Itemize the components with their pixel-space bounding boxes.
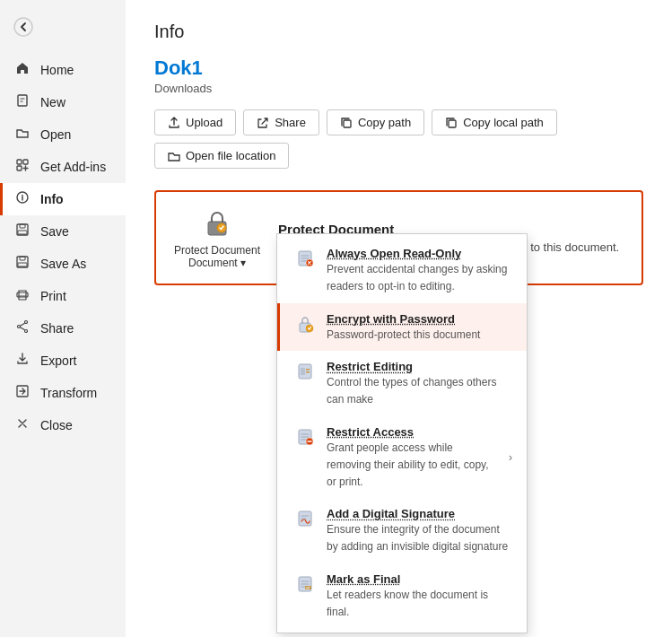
copy-local-path-button[interactable]: Copy local path	[432, 109, 557, 135]
sidebar: Home New Open Get Add-ins Info Save Sa	[0, 0, 126, 637]
main-content: Info Dok1 Downloads Upload Share Copy pa…	[126, 0, 672, 637]
menu-item-mark-as-final[interactable]: Mark as Final Let readers know the docum…	[277, 563, 527, 629]
close-nav-icon	[13, 416, 31, 434]
sidebar-item-print-label: Print	[40, 289, 66, 303]
transform-icon	[13, 384, 31, 402]
print-icon	[13, 287, 31, 305]
share-icon	[13, 319, 31, 337]
svg-point-0	[14, 18, 32, 36]
save-as-icon	[13, 255, 31, 273]
save-icon	[13, 223, 31, 240]
home-icon	[13, 61, 31, 79]
sidebar-item-open-label: Open	[40, 127, 71, 142]
mark-as-final-icon	[294, 574, 316, 598]
svg-rect-8	[18, 231, 27, 234]
new-icon	[13, 93, 31, 111]
sidebar-item-new-label: New	[40, 95, 65, 109]
sidebar-item-close[interactable]: Close	[0, 409, 126, 441]
svg-rect-19	[449, 120, 456, 127]
sidebar-item-home[interactable]: Home	[0, 54, 126, 86]
protect-dropdown-menu: Always Open Read-Only Prevent accidental…	[276, 233, 528, 633]
share-button[interactable]: Share	[243, 109, 319, 135]
sidebar-item-get-add-ins[interactable]: Get Add-ins	[0, 151, 126, 183]
menu-item-always-open-read-only[interactable]: Always Open Read-Only Prevent accidental…	[277, 238, 527, 303]
svg-rect-29	[306, 371, 310, 373]
upload-button[interactable]: Upload	[154, 109, 236, 135]
sidebar-item-info[interactable]: Info	[0, 183, 126, 215]
svg-rect-28	[306, 369, 310, 371]
svg-rect-3	[23, 160, 28, 164]
sidebar-item-transform[interactable]: Transform	[0, 377, 126, 409]
sidebar-item-home-label: Home	[40, 63, 74, 77]
export-icon	[13, 352, 31, 370]
sidebar-item-export[interactable]: Export	[0, 345, 126, 377]
get-add-ins-icon	[13, 158, 31, 176]
svg-rect-9	[17, 257, 28, 267]
mark-as-final-text: Mark as Final Let readers know the docum…	[327, 572, 512, 620]
action-buttons-row: Upload Share Copy path Copy local path O…	[154, 109, 643, 169]
restrict-editing-text: Restrict Editing Control the types of ch…	[327, 360, 512, 407]
sidebar-item-get-add-ins-label: Get Add-ins	[40, 160, 106, 174]
sidebar-item-save-as-label: Save As	[40, 257, 86, 271]
open-icon	[13, 126, 31, 144]
svg-rect-1	[18, 95, 27, 106]
svg-rect-2	[17, 160, 22, 164]
sidebar-item-save[interactable]: Save	[0, 215, 126, 248]
protect-document-button-label: Protect Document Document ▾	[174, 244, 260, 269]
menu-item-restrict-access[interactable]: Restrict Access Grant people access whil…	[277, 416, 527, 498]
svg-rect-6	[17, 224, 28, 235]
sidebar-item-save-as[interactable]: Save As	[0, 248, 126, 280]
sidebar-item-share-label: Share	[40, 321, 74, 336]
back-button[interactable]	[7, 11, 39, 43]
open-file-location-button[interactable]: Open file location	[154, 143, 289, 169]
always-open-read-only-icon	[294, 249, 316, 273]
svg-point-14	[25, 321, 28, 324]
svg-point-16	[18, 326, 21, 328]
sidebar-item-close-label: Close	[40, 418, 73, 432]
always-open-read-only-text: Always Open Read-Only Prevent accidental…	[327, 247, 512, 294]
copy-path-button[interactable]: Copy path	[327, 109, 424, 135]
restrict-access-icon	[294, 427, 316, 451]
encrypt-with-password-text: Encrypt with Password Password-protect t…	[327, 312, 480, 343]
sidebar-item-save-label: Save	[40, 224, 69, 239]
sidebar-item-open[interactable]: Open	[0, 118, 126, 151]
svg-rect-27	[301, 368, 305, 375]
svg-rect-18	[344, 120, 351, 127]
sidebar-item-share[interactable]: Share	[0, 312, 126, 345]
document-name: Dok1	[154, 57, 643, 80]
svg-rect-11	[18, 263, 27, 266]
sidebar-item-new[interactable]: New	[0, 86, 126, 118]
page-title: Info	[154, 22, 643, 42]
add-digital-signature-icon	[294, 509, 316, 533]
restrict-access-arrow: ›	[509, 451, 512, 464]
info-nav-icon	[13, 190, 31, 208]
sidebar-item-export-label: Export	[40, 353, 76, 368]
add-digital-signature-text: Add a Digital Signature Ensure the integ…	[327, 507, 512, 554]
sidebar-item-print[interactable]: Print	[0, 280, 126, 312]
svg-point-15	[25, 330, 28, 333]
protect-document-lock-icon	[200, 206, 234, 240]
sidebar-item-transform-label: Transform	[40, 386, 97, 400]
sidebar-item-info-label: Info	[40, 192, 64, 206]
restrict-access-text: Restrict Access Grant people access whil…	[327, 425, 498, 489]
protect-document-icon-area[interactable]: Protect Document Document ▾	[174, 206, 260, 269]
document-location: Downloads	[154, 82, 643, 95]
encrypt-with-password-icon	[294, 314, 316, 338]
menu-item-add-digital-signature[interactable]: Add a Digital Signature Ensure the integ…	[277, 498, 527, 563]
menu-item-encrypt-with-password[interactable]: Encrypt with Password Password-protect t…	[277, 303, 527, 352]
menu-item-restrict-editing[interactable]: Restrict Editing Control the types of ch…	[277, 351, 527, 416]
restrict-editing-icon	[294, 362, 316, 386]
svg-rect-4	[17, 166, 22, 170]
